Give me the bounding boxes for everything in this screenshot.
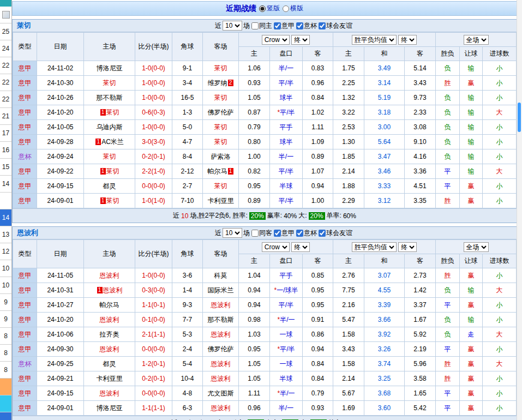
score-cell[interactable]: 0-0(0-0) — [135, 386, 172, 401]
score-cell[interactable]: 1-0(0-0) — [135, 120, 172, 135]
away-team-cell[interactable]: 维罗纳2 — [203, 76, 239, 91]
away-team-cell[interactable]: 国际米兰 — [203, 283, 239, 298]
away-team-cell[interactable]: 卡利亚里 — [203, 194, 239, 208]
home-team-cell[interactable]: 那不勒斯 — [84, 91, 135, 105]
home-team-cell[interactable]: 卡利亚里 — [84, 371, 135, 386]
home-team-cell[interactable]: 博洛尼亚 — [84, 61, 135, 76]
score-cell[interactable]: 1-1(0-1) — [135, 298, 172, 313]
score-cell[interactable]: 0-6(0-3) — [135, 105, 172, 120]
score-cell[interactable]: 0-2(0-1) — [135, 149, 172, 164]
match-count-select[interactable]: 10 — [223, 21, 242, 31]
avg-stage-select[interactable]: 终 — [398, 242, 417, 252]
coppa-checkbox[interactable] — [296, 22, 303, 29]
home-team-cell[interactable]: 恩波利 — [84, 268, 135, 283]
away-team-cell[interactable]: 佛罗伦萨 — [203, 105, 239, 120]
rail-cell[interactable]: 12 — [0, 243, 11, 260]
coppa-option[interactable]: 意杯 — [296, 21, 317, 31]
match-count-select[interactable]: 10 — [223, 228, 242, 238]
odds-stage-select[interactable]: 终 — [291, 242, 310, 252]
same-venue-option[interactable]: 同客 — [251, 229, 272, 238]
rail-cell[interactable]: 8 — [0, 328, 11, 345]
same-venue-checkbox[interactable] — [251, 230, 259, 237]
score-cell[interactable]: 3-0(3-0) — [135, 135, 172, 149]
score-cell[interactable]: 0-0(0-0) — [135, 342, 172, 357]
rail-cell[interactable]: 22 — [0, 57, 11, 74]
avg-metric-select[interactable]: 胜平负均值 — [352, 35, 397, 45]
score-cell[interactable]: 0-2(0-1) — [135, 371, 172, 386]
bookmaker-select[interactable]: Crow — [262, 242, 290, 252]
away-team-cell[interactable]: 科莫 — [203, 268, 239, 283]
away-team-cell[interactable]: 那不勒斯 — [203, 313, 239, 327]
serie-a-option[interactable]: 意甲 — [273, 21, 295, 31]
rail-cell[interactable]: 10 — [0, 277, 11, 294]
coppa-checkbox[interactable] — [296, 230, 303, 237]
rail-cell[interactable]: 8 — [0, 345, 11, 362]
away-team-cell[interactable]: 恩波利 — [203, 357, 239, 371]
vertical-scrollbar[interactable] — [517, 0, 522, 420]
home-team-cell[interactable]: 拉齐奥 — [84, 327, 135, 342]
home-team-cell[interactable]: 恩波利 — [84, 386, 135, 401]
team-name-link[interactable]: 恩波利 — [17, 228, 38, 238]
home-team-cell[interactable]: 博洛尼亚 — [84, 401, 135, 416]
home-team-cell[interactable]: 帕尔马 — [84, 298, 135, 313]
home-team-cell[interactable]: 1莱切 — [84, 105, 135, 120]
score-cell[interactable]: 0-3(0-0) — [135, 283, 172, 298]
home-team-cell[interactable]: 都灵 — [84, 179, 135, 194]
home-team-cell[interactable]: 都灵 — [84, 357, 135, 371]
rail-cell[interactable]: 9 — [0, 311, 11, 328]
serie-a-checkbox[interactable] — [274, 22, 281, 29]
home-team-cell[interactable]: 乌迪内斯 — [84, 120, 135, 135]
rail-cell[interactable]: 22 — [0, 74, 11, 91]
friendly-checkbox[interactable] — [319, 230, 326, 237]
home-team-cell[interactable]: 恩波利 — [84, 342, 135, 357]
away-team-cell[interactable]: 萨索洛 — [203, 149, 239, 164]
rail-cell[interactable]: 13 — [0, 226, 11, 243]
bookmaker-select[interactable]: Crow — [262, 35, 290, 45]
rail-cell[interactable]: 25 — [0, 23, 11, 40]
score-cell[interactable]: 1-0(0-0) — [135, 268, 172, 283]
rail-cell[interactable]: 9 — [0, 294, 11, 311]
away-team-cell[interactable]: 恩波利 — [203, 371, 239, 386]
rail-cell[interactable]: 17 — [0, 125, 11, 142]
home-team-cell[interactable]: 莱切 — [84, 76, 135, 91]
rail-cell[interactable]: 15 — [0, 159, 11, 176]
same-venue-option[interactable]: 同主 — [251, 21, 272, 31]
scrollbar-thumb[interactable] — [518, 103, 521, 132]
team-name-link[interactable]: 莱切 — [17, 21, 31, 31]
same-venue-checkbox[interactable] — [251, 22, 259, 29]
vertical-layout-option[interactable]: 竖版 — [259, 4, 280, 13]
friendly-option[interactable]: 球会友谊 — [318, 21, 352, 31]
score-cell[interactable]: 1-0(0-0) — [135, 76, 172, 91]
home-team-cell[interactable]: 莱切 — [84, 149, 135, 164]
score-cell[interactable]: 1-1(1-1) — [135, 401, 172, 416]
away-team-cell[interactable]: 莱切 — [203, 61, 239, 76]
scope-select[interactable]: 全场 — [464, 242, 489, 252]
rail-cell[interactable]: 16 — [0, 142, 11, 159]
avg-stage-select[interactable]: 终 — [398, 35, 417, 45]
rail-cell[interactable]: 21 — [0, 108, 11, 125]
away-team-cell[interactable]: 莱切 — [203, 135, 239, 149]
rail-cell[interactable]: 24 — [0, 40, 11, 57]
rail-cell[interactable]: 14 — [0, 176, 11, 193]
coppa-option[interactable]: 意杯 — [296, 229, 317, 238]
score-cell[interactable]: 2-1(1-1) — [135, 327, 172, 342]
away-team-cell[interactable]: 恩波利 — [203, 298, 239, 313]
rail-cell[interactable]: 22 — [0, 91, 11, 108]
friendly-checkbox[interactable] — [319, 22, 326, 29]
avg-metric-select[interactable]: 胜平负均值 — [352, 242, 397, 252]
home-team-cell[interactable]: 恩波利 — [84, 313, 135, 327]
vertical-layout-radio[interactable] — [259, 5, 266, 12]
rail-cell[interactable]: 8 — [0, 362, 11, 379]
away-team-cell[interactable]: 莱切 — [203, 120, 239, 135]
score-cell[interactable]: 0-1(0-0) — [135, 313, 172, 327]
serie-a-option[interactable]: 意甲 — [273, 229, 295, 238]
odds-stage-select[interactable]: 终 — [291, 35, 310, 45]
away-team-cell[interactable]: 莱切 — [203, 91, 239, 105]
home-team-cell[interactable]: 1莱切 — [84, 194, 135, 208]
away-team-cell[interactable]: 恩波利 — [203, 327, 239, 342]
score-cell[interactable]: 2-2(1-0) — [135, 164, 172, 179]
away-team-cell[interactable]: 尤文图斯 — [203, 386, 239, 401]
score-cell[interactable]: 1-0(0-0) — [135, 91, 172, 105]
horizontal-layout-radio[interactable] — [283, 5, 289, 12]
rail-cell[interactable]: 10 — [0, 260, 11, 277]
